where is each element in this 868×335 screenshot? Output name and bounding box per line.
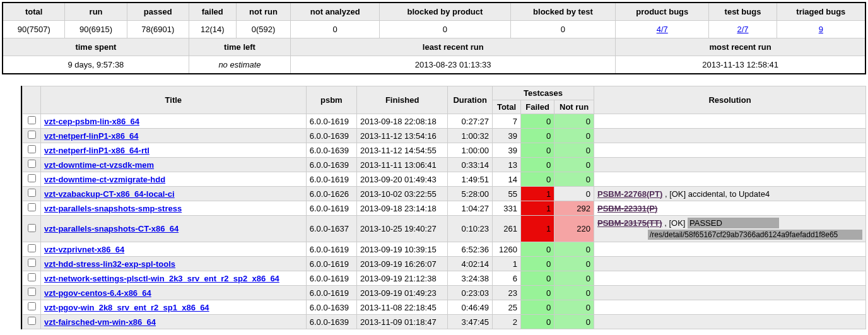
notrun-cell: 0 <box>554 172 594 187</box>
resolution-cell <box>594 257 866 271</box>
resolution-cell <box>594 271 866 286</box>
summary-header: blocked by product <box>380 3 510 21</box>
duration-cell: 1:49:51 <box>448 172 493 187</box>
col-title: Title <box>41 86 307 114</box>
summary-value: 90(7507) <box>3 21 65 38</box>
resolution-cell <box>594 242 866 257</box>
duration-cell: 0:33:14 <box>448 158 493 172</box>
run-title-link[interactable]: vzt-network-settings-plsctl-win_2k3_srv_… <box>44 274 279 283</box>
row-checkbox[interactable] <box>28 116 36 124</box>
table-row: vzt-parallels-snapshots-smp-stress6.0.0-… <box>23 201 866 216</box>
run-title-link[interactable]: vzt-downtime-ct-vzmigrate-hdd <box>44 175 165 184</box>
notrun-cell: 220 <box>554 216 594 242</box>
row-checkbox[interactable] <box>28 160 36 168</box>
finished-cell: 2013-11-08 22:18:45 <box>356 300 447 315</box>
notrun-cell: 0 <box>554 300 594 315</box>
run-title-link[interactable]: vzt-pgov-win_2k8_srv_ent_r2_sp1_x86_64 <box>44 303 209 312</box>
summary-value[interactable]: 2/7 <box>709 21 777 38</box>
duration-cell: 6:52:36 <box>448 242 493 257</box>
summary-link[interactable]: 2/7 <box>737 25 748 34</box>
total-cell: 25 <box>492 300 520 315</box>
summary-link[interactable]: 4/7 <box>657 25 668 34</box>
failed-cell: 0 <box>520 300 554 315</box>
run-title-link[interactable]: vzt-netperf-linP1-x86_64-rtl <box>44 146 150 155</box>
failed-cell: 1 <box>520 216 554 242</box>
summary-header: not run <box>236 3 290 21</box>
row-checkbox[interactable] <box>28 317 36 325</box>
table-row: vzt-downtime-ct-vzmigrate-hdd6.0.0-16192… <box>23 172 866 187</box>
run-title-link[interactable]: vzt-parallels-snapshots-smp-stress <box>44 204 182 213</box>
row-checkbox[interactable] <box>28 189 36 197</box>
row-checkbox[interactable] <box>28 288 36 296</box>
run-title-link[interactable]: vzt-parallels-snapshots-CT-x86_64 <box>44 224 179 233</box>
row-checkbox[interactable] <box>28 174 36 182</box>
psbm-cell: 6.0.0-1619 <box>306 271 356 286</box>
total-cell: 39 <box>492 129 520 143</box>
resolution-cell <box>594 300 866 315</box>
summary-header: total <box>3 3 65 21</box>
summary-header: test bugs <box>709 3 777 21</box>
summary-value: 9 days, 9:57:38 <box>3 56 189 74</box>
row-checkbox[interactable] <box>28 259 36 267</box>
psbm-cell: 6.0.0-1619 <box>306 114 356 129</box>
bug-link[interactable]: PSBM-23175(TT) <box>597 218 662 228</box>
resolution-cell <box>594 129 866 143</box>
run-title-link[interactable]: vzt-netperf-linP1-x86_64 <box>44 131 139 141</box>
row-checkbox[interactable] <box>28 145 36 153</box>
row-checkbox[interactable] <box>28 273 36 281</box>
bug-link[interactable]: PSBM-22331(P) <box>597 204 657 213</box>
total-cell: 23 <box>492 286 520 300</box>
run-title-link[interactable]: vzt-vzprivnet-x86_64 <box>44 245 124 254</box>
summary-header: passed <box>127 3 189 21</box>
psbm-cell: 6.0.0-1619 <box>306 257 356 271</box>
table-row: vzt-vzprivnet-x86_646.0.0-16192013-09-19… <box>23 242 866 257</box>
table-row: vzt-fairsched-vm-win-x86_646.0.0-1639201… <box>23 315 866 329</box>
col-psbm: psbm <box>306 86 356 114</box>
summary-value[interactable]: 4/7 <box>616 21 709 38</box>
failed-cell: 0 <box>520 158 554 172</box>
notrun-cell: 0 <box>554 114 594 129</box>
run-title-link[interactable]: vzt-cep-psbm-lin-x86_64 <box>44 117 139 126</box>
row-checkbox[interactable] <box>28 244 36 252</box>
failed-cell: 0 <box>520 257 554 271</box>
finished-cell: 2013-10-02 03:22:55 <box>356 187 447 201</box>
resolution-cell <box>594 286 866 300</box>
row-checkbox[interactable] <box>28 224 36 232</box>
finished-cell: 2013-09-18 22:08:18 <box>356 114 447 129</box>
summary-value[interactable]: 9 <box>777 21 865 38</box>
run-title-link[interactable]: vzt-pgov-centos-6.4-x86_64 <box>44 288 151 298</box>
psbm-cell: 6.0.0-1619 <box>306 242 356 257</box>
failed-cell: 0 <box>520 271 554 286</box>
col-tc-notrun: Not run <box>554 100 594 114</box>
table-row: vzt-netperf-linP1-x86_646.0.0-16392013-1… <box>23 129 866 143</box>
summary-value: 90(6915) <box>65 21 127 38</box>
table-row: vzt-vzabackup-CT-x86_64-local-ci6.0.0-16… <box>23 187 866 201</box>
row-checkbox[interactable] <box>28 203 36 211</box>
col-checkbox <box>23 86 41 114</box>
finished-cell: 2013-10-25 19:40:27 <box>356 216 447 242</box>
duration-cell: 1:04:27 <box>448 201 493 216</box>
run-title-link[interactable]: vzt-hdd-stress-lin32-exp-spl-tools <box>44 259 175 269</box>
run-title-link[interactable]: vzt-downtime-ct-vzsdk-mem <box>44 160 154 170</box>
summary-value: 12(14) <box>189 21 236 38</box>
psbm-cell: 6.0.0-1639 <box>306 129 356 143</box>
bug-link[interactable]: PSBM-22768(PT) <box>597 189 662 199</box>
run-title-link[interactable]: vzt-vzabackup-CT-x86_64-local-ci <box>44 189 175 199</box>
total-cell: 331 <box>492 201 520 216</box>
resolution-cell <box>594 315 866 329</box>
psbm-cell: 6.0.0-1637 <box>306 216 356 242</box>
failed-cell: 0 <box>520 286 554 300</box>
row-checkbox[interactable] <box>28 302 36 310</box>
summary-link[interactable]: 9 <box>819 25 823 34</box>
notrun-cell: 292 <box>554 201 594 216</box>
summary-value: 2013-11-13 12:58:41 <box>616 56 865 74</box>
col-duration: Duration <box>448 86 493 114</box>
psbm-cell: 6.0.0-1619 <box>306 172 356 187</box>
total-cell: 55 <box>492 187 520 201</box>
duration-cell: 0:27:27 <box>448 114 493 129</box>
finished-cell: 2013-09-19 01:49:23 <box>356 286 447 300</box>
run-title-link[interactable]: vzt-fairsched-vm-win-x86_64 <box>44 317 156 327</box>
col-resolution: Resolution <box>594 86 866 114</box>
row-checkbox[interactable] <box>28 131 36 139</box>
duration-cell: 0:46:49 <box>448 300 493 315</box>
